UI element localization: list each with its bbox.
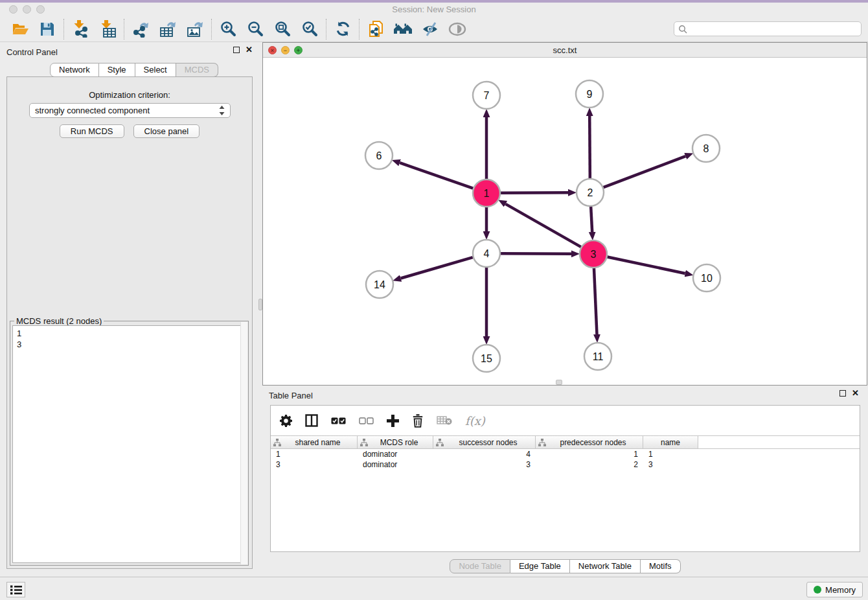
import-table-button[interactable] [94, 18, 121, 40]
table-row[interactable]: 3dominator323 [271, 459, 860, 470]
window-title: Session: New Session [0, 5, 868, 14]
graph-node-4[interactable]: 4 [473, 240, 500, 267]
layout-refresh-button[interactable] [329, 18, 356, 40]
tab-style[interactable]: Style [99, 63, 135, 77]
open-session-button[interactable] [6, 18, 34, 40]
column-header-predecessor-nodes[interactable]: predecessor nodes [536, 436, 643, 448]
zoom-selected-button[interactable] [296, 18, 323, 40]
graph-edge-2-3[interactable] [591, 207, 592, 232]
export-network-button[interactable] [127, 18, 154, 40]
clone-network-button[interactable] [362, 18, 389, 40]
export-table-button[interactable] [154, 18, 181, 40]
toolbar-separator [326, 19, 326, 40]
zoom-fit-button[interactable] [269, 18, 296, 40]
table-cell: 3 [271, 460, 358, 469]
deselect-all-icon [359, 417, 374, 425]
graph-node-3[interactable]: 3 [580, 240, 607, 268]
export-table-icon [159, 20, 177, 38]
graph-node-label: 6 [376, 150, 382, 161]
tab-network-table[interactable]: Network Table [570, 559, 641, 573]
chevron-up-down-icon [219, 106, 225, 115]
mcds-result-text[interactable]: 13 [12, 325, 246, 563]
column-header-name[interactable]: name [643, 436, 698, 448]
tab-select[interactable]: Select [135, 63, 176, 77]
graph-node-label: 15 [481, 353, 492, 364]
float-table-panel-icon[interactable] [839, 390, 846, 397]
deselect-all-button[interactable] [359, 417, 374, 425]
horizontal-splitter-handle[interactable] [556, 380, 562, 385]
result-scrollbar[interactable] [240, 322, 247, 564]
column-header-shared-name[interactable]: shared name [271, 436, 358, 448]
table-settings-button[interactable] [280, 415, 292, 427]
table-row[interactable]: 1dominator411 [271, 449, 860, 459]
column-header-mcds-role[interactable]: MCDS role [358, 436, 433, 448]
memory-button[interactable]: Memory [806, 582, 863, 597]
table-panel: Table Panel ✕ [262, 386, 868, 577]
status-list-button[interactable] [6, 582, 25, 597]
table-header-row: shared nameMCDS rolesuccessor nodesprede… [271, 435, 860, 449]
graph-node-2[interactable]: 2 [577, 179, 604, 206]
graph-node-14[interactable]: 14 [366, 271, 393, 298]
trash-icon [412, 414, 424, 428]
graph-node-8[interactable]: 8 [692, 135, 720, 162]
search-field[interactable] [674, 21, 862, 36]
table-cell: 2 [536, 460, 643, 469]
table-cell: dominator [358, 450, 433, 459]
float-panel-icon[interactable] [233, 47, 240, 53]
column-header-successor-nodes[interactable]: successor nodes [433, 436, 536, 448]
graph-edge-3-11[interactable] [594, 268, 597, 334]
result-line: 3 [17, 339, 246, 350]
select-all-button[interactable] [331, 417, 346, 425]
graph-node-11[interactable]: 11 [584, 343, 611, 370]
graph-node-9[interactable]: 9 [576, 80, 603, 108]
graph-edge-1-2[interactable] [501, 192, 568, 193]
result-line: 1 [17, 328, 246, 339]
show-columns-button[interactable] [305, 414, 318, 427]
graph-node-10[interactable]: 10 [693, 264, 720, 292]
graph-edge-2-9[interactable] [589, 116, 590, 178]
optimization-criterion-select[interactable]: strongly connected component [29, 103, 231, 118]
save-session-button[interactable] [34, 18, 61, 40]
tab-mcds[interactable]: MCDS [176, 63, 218, 77]
graph-edge-4-3[interactable] [501, 253, 571, 254]
add-column-button[interactable] [387, 415, 399, 427]
graph-node-7[interactable]: 7 [473, 82, 500, 109]
table-cell: 1 [536, 450, 643, 459]
graph-edge-3-10[interactable] [608, 257, 685, 273]
import-network-button[interactable] [67, 18, 94, 40]
network-canvas[interactable]: 7968124314101511 [263, 58, 867, 385]
tab-node-table[interactable]: Node Table [450, 559, 510, 573]
graph-edge-3-1[interactable] [506, 204, 581, 247]
search-input[interactable] [690, 24, 857, 34]
tab-network[interactable]: Network [50, 63, 99, 77]
close-panel-icon[interactable]: ✕ [246, 46, 253, 54]
function-builder-button[interactable]: f(x) [465, 414, 485, 428]
network-window-titlebar[interactable]: × − + scc.txt [263, 43, 867, 58]
export-image-button[interactable] [181, 18, 209, 40]
delete-table-button[interactable] [437, 415, 452, 426]
table-toolbar: f(x) [271, 406, 860, 435]
mcds-result-group: MCDS result (2 nodes) 13 [10, 321, 249, 566]
graph-node-label: 8 [703, 143, 709, 154]
graph-node-1[interactable]: 1 [473, 179, 500, 207]
home-button[interactable] [389, 18, 417, 40]
run-mcds-button[interactable]: Run MCDS [60, 124, 124, 138]
hide-graphics-button[interactable] [417, 18, 444, 40]
show-details-button[interactable] [444, 18, 471, 40]
graph-edge-1-6[interactable] [400, 163, 473, 189]
add-icon [387, 415, 399, 427]
graph-edge-2-8[interactable] [604, 156, 686, 187]
close-panel-button[interactable]: Close panel [133, 124, 200, 138]
tab-edge-table[interactable]: Edge Table [510, 559, 570, 573]
graph-edge-4-14[interactable] [401, 257, 473, 278]
titlebar: Session: New Session [0, 3, 868, 16]
zoom-out-button[interactable] [242, 18, 269, 40]
tab-motifs[interactable]: Motifs [641, 559, 681, 573]
zoom-in-button[interactable] [214, 18, 242, 40]
graph-node-15[interactable]: 15 [473, 345, 500, 372]
memory-label: Memory [825, 585, 856, 595]
close-table-panel-icon[interactable]: ✕ [852, 389, 859, 397]
control-panel: Control Panel ✕ NetworkStyleSelectMCDS O… [0, 42, 259, 577]
graph-node-6[interactable]: 6 [365, 142, 393, 169]
delete-column-button[interactable] [412, 414, 424, 428]
